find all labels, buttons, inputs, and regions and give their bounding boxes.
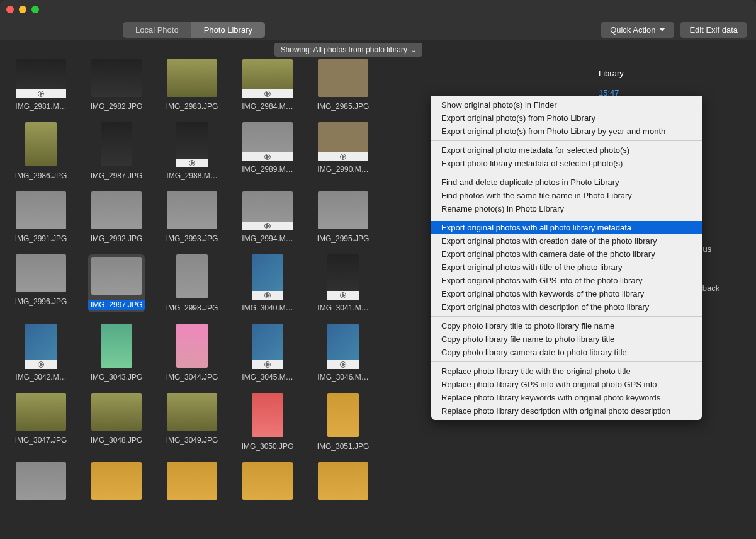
thumbnail-item[interactable]: IMG_2985.JPG xyxy=(315,59,371,111)
thumbnail-grid[interactable]: IMG_2981.M…IMG_2982.JPGIMG_2983.JPGIMG_2… xyxy=(0,59,429,539)
chevron-down-icon: ⌄ xyxy=(411,47,416,54)
menu-item[interactable]: Rename photo(s) in Photo Library xyxy=(431,202,702,215)
thumbnail-item[interactable] xyxy=(315,462,371,505)
thumbnail-label: IMG_2998.JPG xyxy=(166,304,218,312)
thumbnail-item[interactable]: IMG_2992.JPG xyxy=(88,191,145,243)
edit-exif-button[interactable]: Edit Exif data xyxy=(680,22,747,38)
menu-item[interactable]: Export original photos with creation dat… xyxy=(431,234,702,247)
thumbnail-item[interactable]: IMG_2997.JPG xyxy=(88,254,145,312)
thumbnail-item[interactable]: IMG_3041.M… xyxy=(315,254,371,312)
menu-item[interactable]: Export original photos with title of the… xyxy=(431,261,702,274)
menu-item[interactable]: Export original photo metadata for selec… xyxy=(431,144,702,157)
video-badge-icon xyxy=(327,291,359,300)
thumbnail-image xyxy=(16,254,66,292)
thumbnail-item[interactable]: IMG_3044.JPG xyxy=(164,324,220,382)
thumbnail-item[interactable]: IMG_2984.M… xyxy=(239,59,296,111)
thumbnail-item[interactable]: IMG_2995.JPG xyxy=(315,191,371,243)
thumbnail-item[interactable]: IMG_2993.JPG xyxy=(164,191,220,243)
thumbnail-item[interactable]: IMG_3043.JPG xyxy=(88,324,145,382)
thumbnail-label: IMG_2996.JPG xyxy=(15,297,67,306)
menu-item[interactable]: Export original photos with description … xyxy=(431,300,702,314)
thumbnail-label: IMG_2992.JPG xyxy=(91,234,143,243)
thumbnail-item[interactable]: IMG_2982.JPG xyxy=(88,59,145,111)
thumbnail-item[interactable]: IMG_2989.M… xyxy=(239,122,296,180)
thumbnail-item[interactable]: IMG_2987.JPG xyxy=(88,122,145,180)
menu-item[interactable]: Export original photos with keywords of … xyxy=(431,287,702,300)
thumbnail-label: IMG_2993.JPG xyxy=(166,234,218,243)
thumbnail-image xyxy=(16,59,66,97)
menu-item[interactable]: Copy photo library camera date to photo … xyxy=(431,346,702,359)
menu-item[interactable]: Copy photo library file name to photo li… xyxy=(431,332,702,346)
thumbnail-label: IMG_3049.JPG xyxy=(166,436,218,445)
thumbnail-item[interactable]: IMG_2983.JPG xyxy=(164,59,220,111)
maximize-icon[interactable] xyxy=(31,6,39,13)
video-badge-icon xyxy=(242,152,293,161)
close-icon[interactable] xyxy=(6,6,14,13)
video-badge-icon xyxy=(327,360,359,369)
thumbnail-item[interactable]: IMG_2998.JPG xyxy=(164,254,220,312)
menu-item[interactable]: Export original photos with camera date … xyxy=(431,247,702,261)
thumbnail-image xyxy=(16,462,66,500)
thumbnail-item[interactable]: IMG_2996.JPG xyxy=(13,254,69,312)
thumbnail-item[interactable] xyxy=(13,462,69,505)
menu-item[interactable]: Export original photos with all photo li… xyxy=(431,221,702,234)
thumbnail-item[interactable]: IMG_3050.JPG xyxy=(239,393,296,451)
thumbnail-item[interactable] xyxy=(88,462,145,505)
thumbnail-item[interactable]: IMG_2986.JPG xyxy=(13,122,69,180)
tab-library[interactable]: Photo Library xyxy=(191,22,265,38)
thumbnail-item[interactable] xyxy=(239,462,296,505)
thumbnail-item[interactable]: IMG_3049.JPG xyxy=(164,393,220,451)
quick-action-menu: Show original photo(s) in FinderExport o… xyxy=(431,96,702,420)
menu-item[interactable]: Find and delete duplicate photos in Phot… xyxy=(431,176,702,189)
thumbnail-image xyxy=(91,393,142,431)
thumbnail-label: IMG_3043.JPG xyxy=(91,373,143,382)
thumbnail-item[interactable]: IMG_3051.JPG xyxy=(315,393,371,451)
thumbnail-item[interactable]: IMG_3047.JPG xyxy=(13,393,69,451)
thumbnail-item[interactable]: IMG_2991.JPG xyxy=(13,191,69,243)
thumbnail-item[interactable]: IMG_3046.M… xyxy=(315,324,371,382)
thumbnail-label: IMG_2981.M… xyxy=(15,102,66,111)
menu-item[interactable]: Find photos with the same file name in P… xyxy=(431,189,702,202)
menu-item[interactable]: Copy photo library title to photo librar… xyxy=(431,319,702,332)
thumbnail-item[interactable]: IMG_2981.M… xyxy=(13,59,69,111)
thumbnail-label: IMG_3050.JPG xyxy=(242,442,294,451)
thumbnail-label: IMG_2983.JPG xyxy=(166,102,218,111)
menu-item[interactable]: Show original photo(s) in Finder xyxy=(431,98,702,111)
thumbnail-label: IMG_3044.JPG xyxy=(166,373,218,382)
thumbnail-item[interactable] xyxy=(164,462,220,505)
thumbnail-label: IMG_3040.M… xyxy=(242,304,293,312)
thumbnail-image xyxy=(91,59,142,97)
thumbnail-item[interactable]: IMG_3040.M… xyxy=(239,254,296,312)
thumbnail-image xyxy=(101,324,132,368)
menu-item[interactable]: Replace photo library description with o… xyxy=(431,404,702,417)
thumbnail-image xyxy=(25,122,57,166)
menu-item[interactable]: Export original photo(s) from Photo Libr… xyxy=(431,111,702,125)
thumbnail-image xyxy=(318,122,368,160)
menu-item[interactable]: Replace photo library keywords with orig… xyxy=(431,391,702,404)
minimize-icon[interactable] xyxy=(19,6,26,13)
menu-item[interactable]: Replace photo library GPS info with orig… xyxy=(431,378,702,391)
thumbnail-item[interactable]: IMG_2990.M… xyxy=(315,122,371,180)
thumbnail-image xyxy=(242,122,293,160)
menu-item[interactable]: Export original photo(s) from Photo Libr… xyxy=(431,125,702,138)
titlebar xyxy=(0,0,756,19)
menu-item[interactable]: Export photo library metadata of selecte… xyxy=(431,157,702,170)
thumbnail-image xyxy=(16,393,66,431)
filter-button[interactable]: Showing: All photos from photo library ⌄ xyxy=(274,43,422,57)
thumbnail-item[interactable]: IMG_3048.JPG xyxy=(88,393,145,451)
thumbnail-image xyxy=(242,59,293,97)
thumbnail-label: IMG_2984.M… xyxy=(242,102,293,111)
thumbnail-item[interactable]: IMG_2994.M… xyxy=(239,191,296,243)
quick-action-label: Quick Action xyxy=(610,25,655,35)
thumbnail-label: IMG_2989.M… xyxy=(242,165,293,174)
thumbnail-image xyxy=(167,393,217,431)
thumbnail-item[interactable]: IMG_2988.M… xyxy=(164,122,220,180)
menu-item[interactable]: Replace photo library title with the ori… xyxy=(431,365,702,378)
thumbnail-image xyxy=(16,191,66,229)
quick-action-button[interactable]: Quick Action xyxy=(601,22,674,38)
thumbnail-item[interactable]: IMG_3042.M… xyxy=(13,324,69,382)
menu-item[interactable]: Export original photos with GPS info of … xyxy=(431,274,702,287)
tab-local[interactable]: Local Photo xyxy=(123,22,191,38)
thumbnail-image xyxy=(25,324,57,368)
thumbnail-item[interactable]: IMG_3045.M… xyxy=(239,324,296,382)
